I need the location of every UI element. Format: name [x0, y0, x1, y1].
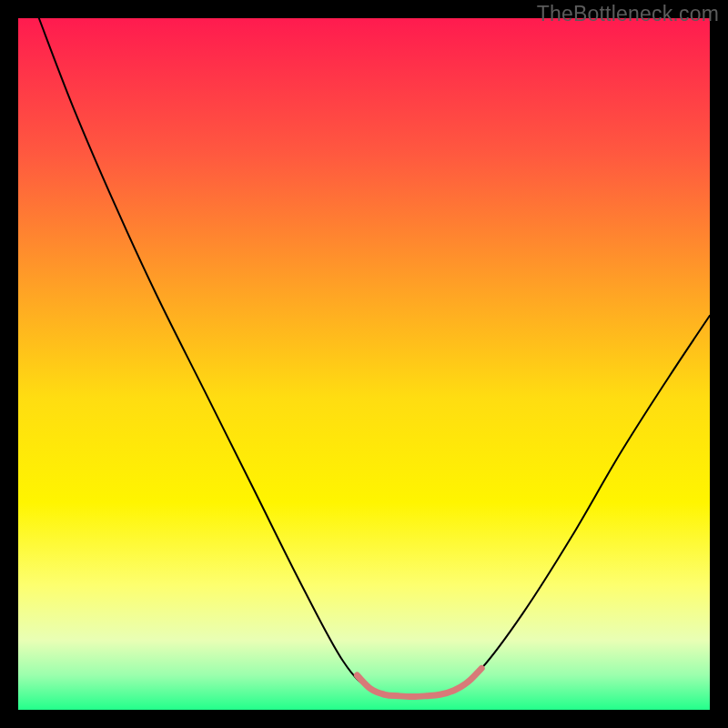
- chart-frame: TheBottleneck.com: [0, 0, 728, 728]
- chart-svg: [18, 18, 710, 710]
- gradient-background: [18, 18, 710, 710]
- chart-plot-area: [18, 18, 710, 710]
- watermark-text: TheBottleneck.com: [537, 2, 719, 26]
